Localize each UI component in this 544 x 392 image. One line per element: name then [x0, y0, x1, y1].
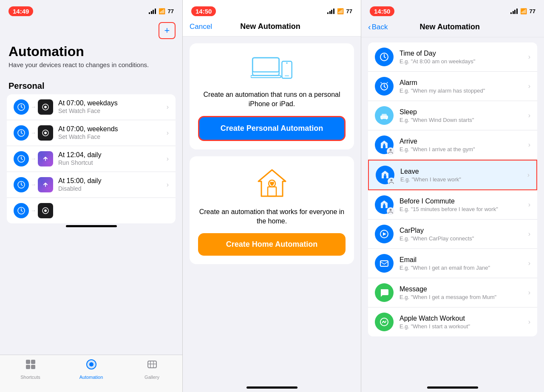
automation-icons-4: →	[14, 177, 53, 192]
svg-rect-29	[31, 365, 35, 369]
svg-line-22	[21, 211, 23, 212]
automation-subtitle-1: Set Watch Face	[58, 107, 167, 114]
automation-title-3: At 12:04, daily	[58, 151, 167, 159]
type-info-alarm: Alarm E.g. "When my alarm has stopped"	[400, 79, 528, 94]
type-item-commute[interactable]: Before I Commute E.g. "15 minutes before…	[368, 190, 537, 220]
type-item-leave[interactable]: Leave E.g. "When I leave work" ›	[368, 160, 537, 190]
commute-icon-wrapper	[375, 195, 394, 214]
automation-item-1[interactable]: → At 07:00, weekdays Set Watch Face ›	[7, 94, 176, 120]
svg-rect-66	[380, 261, 388, 266]
type-item-arrive[interactable]: Arrive E.g. "When I arrive at the gym" ›	[368, 130, 537, 160]
status-bar-2: 14:50 📶 77	[183, 0, 361, 20]
back-chevron-icon: ‹	[368, 22, 371, 32]
automation-subtitle-2: Set Watch Face	[58, 133, 167, 140]
automation-title-2: At 07:00, weekends	[58, 125, 167, 133]
svg-line-50	[384, 87, 385, 87]
type-item-message[interactable]: Message E.g. "When I get a message from …	[368, 278, 537, 307]
cancel-button[interactable]: Cancel	[190, 23, 212, 31]
automation-title-1: At 07:00, weekdays	[58, 99, 167, 107]
svg-rect-38	[252, 58, 279, 72]
create-home-automation-button[interactable]: Create Home Automation	[198, 233, 346, 256]
status-time-3: 14:50	[370, 6, 394, 16]
type-chevron-leave: ›	[527, 171, 530, 179]
nav-bar-2: Cancel New Automation	[183, 20, 361, 37]
type-info-message: Message E.g. "When I get a message from …	[400, 285, 528, 300]
svg-rect-27	[31, 360, 35, 364]
type-title-alarm: Alarm	[400, 79, 528, 87]
home-indicator-3	[427, 386, 478, 389]
panel-new-automation: 14:50 📶 77 Cancel New Automation	[183, 0, 361, 392]
type-chevron-email: ›	[528, 259, 530, 267]
status-time-1: 14:49	[8, 6, 33, 16]
automation-icons-2: →	[14, 125, 53, 141]
tab-shortcuts[interactable]: Shortcuts	[0, 358, 61, 380]
signal-icon-3	[510, 8, 518, 14]
type-info-commute: Before I Commute E.g. "15 minutes before…	[400, 197, 528, 212]
automation-item-2[interactable]: → At 07:00, weekends Set Watch Face ›	[7, 120, 176, 146]
type-info-apple-watch-workout: Apple Watch Workout E.g. "When I start a…	[400, 315, 528, 330]
type-subtitle-apple-watch-workout: E.g. "When I start a workout"	[400, 323, 528, 330]
automation-item-5[interactable]: →	[7, 198, 176, 223]
time-of-day-icon	[375, 48, 394, 66]
svg-rect-58	[384, 175, 386, 178]
wifi-icon-2: 📶	[337, 8, 344, 14]
back-button[interactable]: ‹ Back	[368, 22, 388, 32]
svg-point-11	[44, 132, 47, 134]
svg-line-2	[21, 107, 23, 108]
automation-icons-1: →	[14, 99, 53, 115]
svg-point-56	[383, 144, 385, 145]
chevron-icon-2: ›	[167, 129, 169, 137]
svg-rect-61	[383, 205, 385, 208]
type-subtitle-email: E.g. "When I get an email from Jane"	[400, 265, 528, 271]
automation-info-3: At 12:04, daily Run Shortcut	[58, 151, 167, 166]
tab-bar-1: Shortcuts Automation Galler	[0, 355, 182, 392]
automation-tab-label: Automation	[79, 375, 103, 380]
app-icon-1	[38, 99, 53, 115]
signal-icon-2	[327, 8, 334, 14]
type-title-arrive: Arrive	[400, 138, 528, 145]
clock-icon-4	[14, 177, 29, 192]
svg-point-63	[390, 209, 392, 211]
type-item-alarm[interactable]: Alarm E.g. "When my alarm has stopped" ›	[368, 72, 537, 101]
automation-item-4[interactable]: → At 15:00, daily Disabled ›	[7, 172, 176, 198]
home-automation-card: Create an automation that works for ever…	[190, 156, 354, 264]
create-personal-automation-button[interactable]: Create Personal Automation	[198, 116, 346, 141]
type-title-message: Message	[400, 285, 528, 293]
svg-line-14	[21, 159, 23, 160]
type-subtitle-arrive: E.g. "When I arrive at the gym"	[400, 146, 528, 152]
svg-rect-42	[285, 76, 289, 76]
automation-type-list: Time of Day E.g. "At 8:00 am on weekdays…	[368, 42, 537, 336]
clock-icon-2	[14, 125, 29, 141]
type-chevron-time-of-day: ›	[528, 53, 530, 61]
home-indicator-2	[246, 386, 298, 389]
type-chevron-commute: ›	[528, 201, 530, 209]
arrow-icon-3: →	[31, 155, 36, 162]
type-info-carplay: CarPlay E.g. "When CarPlay connects"	[400, 227, 528, 242]
type-subtitle-time-of-day: E.g. "At 8:00 am on weekdays"	[400, 58, 528, 65]
add-automation-button[interactable]: +	[159, 22, 176, 39]
nav-bar-3: ‹ Back New Automation	[361, 20, 544, 37]
svg-line-8	[21, 133, 23, 134]
type-item-carplay[interactable]: CarPlay E.g. "When CarPlay connects" ›	[368, 220, 537, 249]
type-item-time-of-day[interactable]: Time of Day E.g. "At 8:00 am on weekdays…	[368, 42, 537, 72]
type-item-sleep[interactable]: Sleep E.g. "When Wind Down starts" ›	[368, 101, 537, 130]
gallery-tab-label: Gallery	[144, 375, 159, 380]
tab-gallery[interactable]: Gallery	[122, 358, 182, 380]
sleep-icon	[375, 106, 394, 125]
type-subtitle-leave: E.g. "When I leave work"	[400, 176, 527, 183]
svg-rect-39	[251, 76, 281, 78]
automation-item-3[interactable]: → At 12:04, daily Run Shortcut ›	[7, 146, 176, 172]
type-item-email[interactable]: Email E.g. "When I get an email from Jan…	[368, 249, 537, 278]
type-subtitle-alarm: E.g. "When my alarm has stopped"	[400, 87, 528, 94]
home-indicator-1	[66, 225, 117, 227]
tab-automation[interactable]: Automation	[61, 358, 122, 380]
type-item-apple-watch-workout[interactable]: Apple Watch Workout E.g. "When I start a…	[368, 307, 537, 336]
personal-automation-card: Create an automation that runs on a pers…	[190, 43, 354, 149]
panel-automation-list: 14:49 📶 77 + Automation Have	[0, 0, 183, 392]
svg-point-25	[44, 209, 47, 212]
app-icon-3	[38, 151, 53, 166]
type-title-leave: Leave	[400, 168, 527, 175]
type-chevron-arrive: ›	[528, 141, 530, 149]
automation-list: → At 07:00, weekdays Set Watch Face ›	[7, 94, 176, 223]
arrow-icon-5: →	[31, 207, 36, 214]
